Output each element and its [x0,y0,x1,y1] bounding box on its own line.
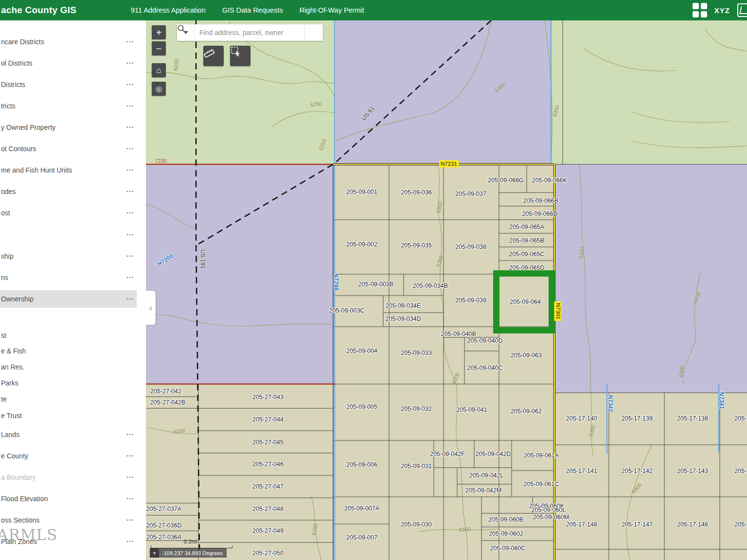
parcel-label: 205-09-042M [465,487,501,494]
home-button[interactable]: ⌂ [152,63,166,77]
parcel-label: 205-27-045 [252,439,284,446]
topbar-link[interactable]: Right-Of-Way Permit [300,6,364,14]
contour-label: 6200 [173,428,186,435]
parcel-label: 205-17-143 [677,468,708,474]
layer-item[interactable]: ns••• [0,269,137,286]
layer-item[interactable]: a Boundary••• [0,469,137,486]
parcel-label: 205-09-006 [346,461,377,468]
layer-item-menu-icon[interactable]: ••• [124,168,137,173]
layer-item[interactable]: an Res. [0,358,137,376]
measure-tool-button[interactable] [203,46,224,66]
layer-item-menu-icon[interactable]: ••• [124,475,137,480]
layer-item[interactable]: Districts••• [0,76,137,93]
layer-item-menu-icon[interactable]: ••• [124,539,137,544]
layer-item-menu-icon[interactable]: ••• [124,146,137,151]
search-button[interactable] [304,24,323,41]
layer-item-menu-icon[interactable]: ••• [124,297,137,301]
apps-grid-icon[interactable] [693,3,707,18]
layer-item[interactable]: ot Contours••• [0,140,137,158]
xyz-coordinates-icon[interactable]: XYZ [714,6,730,15]
layer-item[interactable]: ol Districts••• [0,54,137,72]
layer-item[interactable]: Lands••• [0,426,137,443]
layer-item-menu-icon[interactable]: ••• [124,82,137,87]
search-bar [177,24,323,41]
layer-item-menu-icon[interactable]: ••• [124,125,137,130]
layer-item-label: e Trust [1,412,22,420]
layer-item-label: ncare Districts [1,38,44,46]
layer-item[interactable]: ost••• [0,204,137,222]
layer-item[interactable]: st [0,327,137,344]
layer-sidebar: ncare Districts•••ol Districts•••Distric… [0,20,146,560]
layer-item[interactable]: Ownership••• [0,290,137,308]
parcel-label: 205-27-047 [252,483,284,490]
map-viewport[interactable]: 6200625062506300635072306300630063506400… [146,20,747,560]
layer-item[interactable]: me and Fish Hunt Units••• [0,161,137,179]
parcel-label: 205-09-065A [509,224,544,230]
locate-button[interactable]: ◎ [152,82,166,96]
parcel-label: 205-09-034B [413,282,448,289]
zoom-in-button[interactable]: + [152,25,166,39]
zoom-out-button[interactable]: − [152,41,166,55]
layer-item-label: ot Contours [1,145,36,153]
road-label-blue: N7298 [333,273,339,290]
road-label-blue: N7341 [718,392,725,409]
layer-item[interactable]: e Trust [0,407,137,424]
layer-item[interactable]: tricts••• [0,97,137,115]
layer-item-menu-icon[interactable]: ••• [124,454,137,458]
layer-item[interactable]: e & Fish [0,342,137,360]
layer-item-menu-icon[interactable]: ••• [124,496,137,501]
topbar-link[interactable]: 911 Address Application [131,6,206,14]
layer-item-menu-icon[interactable]: ••• [124,254,137,259]
layer-item-menu-icon[interactable]: ••• [124,189,137,194]
map-canvas[interactable] [146,20,747,560]
layer-item-label: e & Fish [1,347,26,355]
parcel-label: 205-09-062 [511,408,542,415]
top-navigation-bar: ache County GIS 911 Address ApplicationG… [0,0,747,20]
parcel-label: 205-09-065C [509,251,545,258]
parcel-label: 205-09-061A [524,452,559,459]
layer-item[interactable]: Parks [0,374,137,392]
layer-item-menu-icon[interactable]: ••• [124,210,137,215]
layer-item[interactable]: Flood Elevation••• [0,490,137,508]
layer-item-menu-icon[interactable]: ••• [124,518,137,523]
parcel-label: 205-09-034E [386,302,421,309]
layer-item-menu-icon[interactable]: ••• [124,39,137,44]
layer-item[interactable]: y Owned Property••• [0,119,137,136]
contour-label: 7230 [155,158,167,164]
parcel-label: 205-1 [734,521,747,528]
parcel-label: 205-09-037 [455,191,486,197]
layer-item-label: tricts [1,102,16,110]
parcel-label: 205-17-141 [566,468,597,474]
layer-item[interactable]: odes••• [0,183,137,200]
parcel-label: 205-17-142 [622,468,653,474]
partial-tool-icon[interactable] [737,3,747,17]
select-tool-button[interactable] [230,46,250,66]
contour-label: 6200 [173,58,179,70]
parcel-label: 205-09-060C [490,545,526,552]
layer-item-label: ns [1,274,8,281]
layer-item-menu-icon[interactable]: ••• [124,61,137,66]
parcel-label: 205-09-004 [346,348,377,354]
road-label-yellow: N7231 [439,160,459,168]
parcel-label: 205-17-147 [622,521,653,528]
search-input[interactable] [195,24,304,41]
layer-item[interactable]: ••• [0,226,137,244]
parcel-label: 205-17-146 [677,521,708,528]
parcel-label: 205-27-049 [252,527,284,534]
parcel-label: 205-09-065B [509,237,544,244]
layer-item[interactable]: te [0,390,137,408]
layer-item[interactable]: ncare Districts••• [0,33,137,51]
layer-item-menu-icon[interactable]: ••• [124,275,137,280]
layer-item-label: odes [1,188,16,195]
coordinate-widget[interactable]: + -109.237 34.893 Degrees [150,548,227,558]
layer-item-menu-icon[interactable]: ••• [124,104,137,108]
ruler-icon [203,46,215,57]
layer-item[interactable]: e County••• [0,447,137,465]
parcel-label: 205-27-044 [252,416,284,423]
topbar-link[interactable]: GIS Data Requests [222,6,283,14]
layer-item-menu-icon[interactable]: ••• [124,432,137,437]
sidebar-collapse-tab[interactable]: ‹ [146,291,156,325]
parcel-label: 205-27-043 [252,394,284,401]
layer-item[interactable]: ship••• [0,247,137,265]
layer-item-menu-icon[interactable]: ••• [124,232,137,237]
